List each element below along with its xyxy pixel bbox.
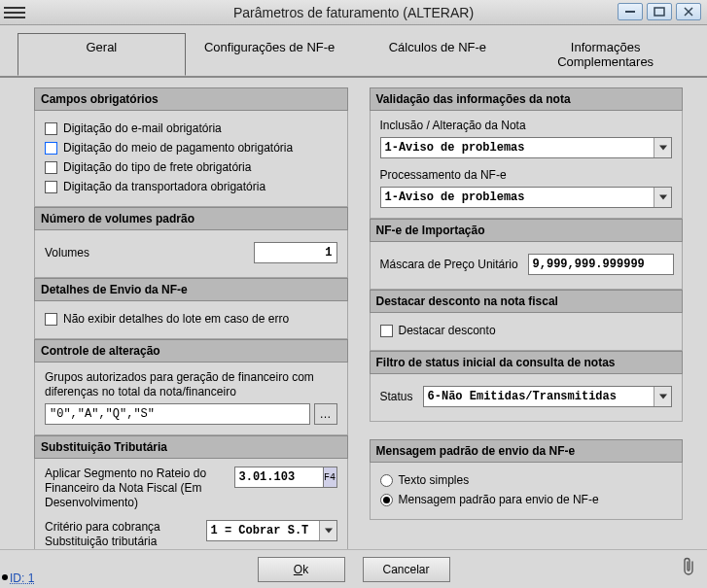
header-filtro-status: Filtro de status inicial da consulta de … [370, 351, 684, 374]
header-num-volumes: Número de volumes padrão [34, 207, 348, 230]
tab-info-compl[interactable]: Informações Complementares [521, 33, 689, 76]
header-mensagem-padrao: Mensagem padrão de envio da NF-e [370, 439, 684, 463]
label-nao-exibir-detalhes: Não exibir detalhes do lote em caso de e… [63, 312, 289, 326]
window-title: Parâmetros de faturamento (ALTERAR) [0, 5, 707, 20]
radio-row-texto-simples: Texto simples [380, 470, 673, 490]
radio-texto-simples[interactable] [380, 474, 393, 487]
label-inclusao-alteracao: Inclusão / Alteração da Nota [380, 119, 673, 133]
checkbox-row-nao-exibir: Não exibir detalhes do lote em caso de e… [45, 309, 337, 329]
section-filtro-status: Filtro de status inicial da consulta de … [370, 351, 684, 422]
svg-rect-1 [654, 8, 664, 16]
label-transportadora: Digitação da transportadora obrigatória [63, 180, 265, 193]
ok-button[interactable]: Ok [258, 557, 345, 582]
input-grupos-autorizados[interactable] [45, 403, 310, 425]
label-msg-padrao: Mensagem padrão para envio de NF-e [399, 493, 599, 506]
checkbox-tipo-frete[interactable] [45, 161, 57, 174]
input-mascara-preco[interactable] [528, 254, 674, 275]
section-campos-obrigatorios: Campos obrigatórios Digitação do e-mail … [34, 87, 348, 207]
svg-rect-0 [625, 11, 635, 13]
section-controle-alteracao: Controle de alteração Grupos autorizados… [34, 339, 348, 435]
select-status[interactable]: 6-Não Emitidas/Transmitidas [423, 386, 672, 407]
section-destacar-desconto: Destacar desconto na nota fiscal Destaca… [370, 290, 684, 351]
tab-bar: Geral Configurações de NF-e Cálculos de … [0, 25, 707, 78]
section-validacao: Validação das informações da nota Inclus… [370, 87, 684, 219]
header-campos-obrigatorios: Campos obrigatórios [34, 87, 348, 111]
header-detalhes-envio: Detalhes de Envio da NF-e [34, 278, 348, 301]
section-substituicao-tributaria: Substituição Tributária Aplicar Segmento… [34, 435, 348, 549]
checkbox-transportadora[interactable] [45, 181, 57, 193]
input-aplicar-segmento[interactable] [234, 467, 324, 488]
checkbox-email[interactable] [45, 122, 57, 135]
menu-icon[interactable] [4, 4, 25, 21]
checkbox-meio-pagamento[interactable] [45, 142, 57, 155]
minimize-button[interactable] [618, 3, 643, 20]
header-controle-alteracao: Controle de alteração [34, 339, 348, 363]
tab-config-nfe[interactable]: Configurações de NF-e [186, 33, 354, 76]
radio-msg-padrao[interactable] [380, 494, 393, 506]
close-button[interactable] [676, 3, 701, 20]
header-validacao: Validação das informações da nota [370, 87, 684, 111]
status-dot-icon [2, 574, 8, 580]
select-inclusao-alteracao[interactable]: 1-Aviso de problemas [380, 137, 673, 158]
label-email: Digitação do e-mail obrigatória [63, 121, 222, 135]
content: Campos obrigatórios Digitação do e-mail … [0, 78, 707, 549]
header-destacar-desconto: Destacar desconto na nota fiscal [370, 290, 684, 313]
lookup-grupos-button[interactable]: … [314, 403, 337, 425]
label-tipo-frete: Digitação do tipo de frete obrigatória [63, 160, 251, 174]
titlebar: Parâmetros de faturamento (ALTERAR) [0, 0, 707, 25]
id-label[interactable]: ID: 1 [10, 571, 34, 585]
checkbox-nao-exibir-detalhes[interactable] [45, 313, 57, 326]
checkbox-row-meio-pagamento: Digitação do meio de pagamento obrigatór… [45, 138, 337, 157]
label-destacar-desconto: Destacar desconto [399, 324, 496, 337]
paperclip-icon[interactable] [680, 556, 697, 582]
ok-text: k [302, 563, 308, 576]
header-substituicao-tributaria: Substituição Tributária [34, 435, 348, 459]
input-volumes[interactable] [254, 242, 337, 263]
checkbox-row-destacar: Destacar desconto [380, 321, 673, 340]
label-processamento-nfe: Processamento da NF-e [380, 168, 673, 183]
label-mascara-preco: Máscara de Preço Unitário [380, 258, 518, 271]
tab-calculos-nfe[interactable]: Cálculos de NF-e [354, 33, 522, 76]
section-num-volumes: Número de volumes padrão Volumes [34, 207, 348, 278]
checkbox-row-transportadora: Digitação da transportadora obrigatória [45, 177, 337, 196]
window: Parâmetros de faturamento (ALTERAR) Gera… [0, 0, 707, 588]
segment-f4-button[interactable]: F4 [324, 467, 337, 488]
maximize-button[interactable] [647, 3, 672, 20]
tab-geral[interactable]: Geral [18, 33, 186, 76]
checkbox-row-email: Digitação do e-mail obrigatória [45, 119, 337, 138]
cancel-button[interactable]: Cancelar [363, 557, 450, 582]
section-mensagem-padrao: Mensagem padrão de envio da NF-e Texto s… [370, 439, 684, 520]
header-nfe-importacao: NF-e de Importação [370, 219, 684, 242]
section-nfe-importacao: NF-e de Importação Máscara de Preço Unit… [370, 219, 684, 290]
label-grupos-autorizados: Grupos autorizados para geração de finan… [45, 370, 337, 399]
checkbox-destacar-desconto[interactable] [380, 325, 393, 337]
label-meio-pagamento: Digitação do meio de pagamento obrigatór… [63, 141, 293, 155]
label-status: Status [380, 390, 413, 403]
label-criterio-cobranca: Critério para cobrança Substituição trib… [45, 520, 196, 549]
left-column: Campos obrigatórios Digitação do e-mail … [34, 87, 348, 541]
footer: ID: 1 Ok Cancelar [0, 549, 707, 588]
radio-row-msg-padrao: Mensagem padrão para envio de NF-e [380, 490, 673, 509]
section-detalhes-envio: Detalhes de Envio da NF-e Não exibir det… [34, 278, 348, 339]
label-aplicar-segmento: Aplicar Segmento no Rateio do Financeiro… [45, 467, 225, 510]
label-texto-simples: Texto simples [399, 473, 470, 487]
right-column: Validação das informações da nota Inclus… [370, 87, 684, 541]
checkbox-row-tipo-frete: Digitação do tipo de frete obrigatória [45, 157, 337, 177]
select-processamento-nfe[interactable]: 1-Aviso de problemas [380, 187, 673, 208]
label-volumes: Volumes [45, 246, 89, 259]
select-criterio-cobranca[interactable]: 1 = Cobrar S.T [206, 520, 337, 541]
window-buttons [618, 3, 701, 20]
